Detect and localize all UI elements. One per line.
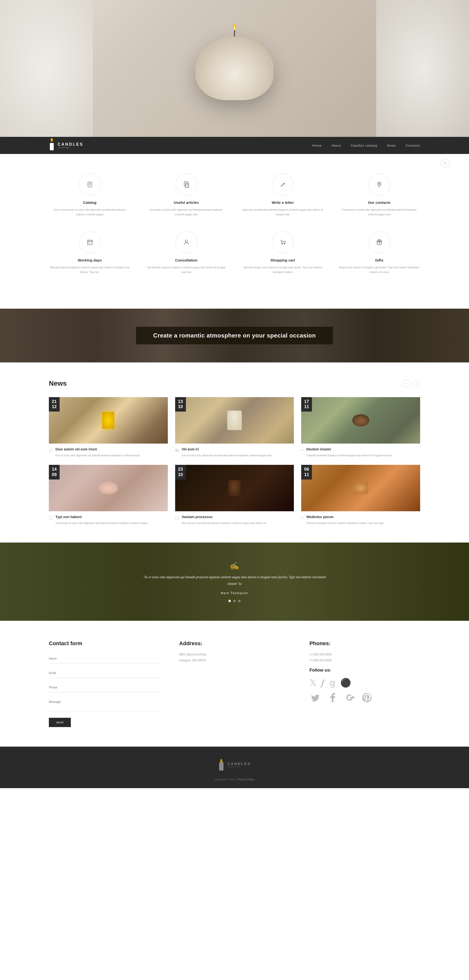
hero-flowers-right [376, 0, 469, 137]
twitter-btn[interactable] [310, 692, 322, 704]
news-card-5: 23 10 ▢ Xweiam processus Doo grissom qui… [175, 465, 294, 525]
feature-icon-articles[interactable] [175, 173, 197, 196]
feature-icon-consultation[interactable] [175, 231, 197, 253]
feature-icon-catalog[interactable] [79, 173, 101, 196]
testimonial-content: ✍ "Se et iusto odio dignissim qui blandi… [137, 556, 332, 607]
feature-icon-working[interactable] [79, 231, 101, 253]
banner-text: Create a romantic atmosphere on your spe… [153, 332, 316, 339]
googleplus-icon[interactable]: 𝕘 [329, 678, 335, 688]
feature-icon-cart[interactable] [272, 231, 294, 253]
feature-title-letter: Write a letter [272, 200, 294, 205]
nav-item-home[interactable]: Home [312, 143, 322, 148]
news-card-title-1[interactable]: Duis autem vel eum iriure [56, 447, 140, 451]
nav-link-home[interactable]: Home [312, 144, 322, 147]
contact-form: send [49, 654, 159, 727]
footer-logo: CANDLES COMPANY [218, 759, 251, 770]
news-header: News ‹ › [49, 380, 420, 387]
news-card-2: 13 10 ▤ Vel eum iri Eos et iusto odio di… [175, 397, 294, 458]
testimonial-author: Mark Thompson [141, 592, 328, 595]
news-next-button[interactable]: › [412, 380, 420, 387]
feature-icon-letter[interactable] [272, 173, 294, 196]
phones-text: +1 800 539 6580, +1 800 603 6035 [310, 652, 420, 663]
nav-link-catalog[interactable]: Candles catalog [351, 144, 377, 147]
dot-2[interactable] [233, 600, 236, 602]
news-card-title-5[interactable]: Xweiam processus [182, 515, 266, 519]
nav-link-news[interactable]: News [387, 144, 396, 147]
footer-logo-icon [218, 759, 224, 770]
nav-item-about[interactable]: About [331, 143, 341, 148]
privacy-policy-link[interactable]: Privacy Policy [238, 778, 254, 781]
logo[interactable]: CANDLES COMPANY [49, 140, 83, 150]
feature-title-working: Working days [78, 258, 102, 262]
message-input[interactable] [49, 697, 159, 712]
dot-1[interactable] [228, 600, 231, 602]
feature-working: Working days Blandit praesent luptaum zz… [49, 231, 131, 274]
news-card-desc-5: Doo grissom qui blandit praesent luptaum… [182, 521, 266, 525]
news-prev-button[interactable]: ‹ [402, 380, 410, 387]
logo-brand-name: CANDLES [58, 142, 83, 146]
news-image-1: 21 12 [49, 397, 168, 444]
feature-desc-working: Blandit praesent luptaum zzelenit augue … [49, 265, 131, 274]
contact-form-title: Contact form [49, 640, 159, 647]
features-row2: Working days Blandit praesent luptaum zz… [49, 231, 420, 274]
twitter-icon[interactable]: 𝕏 [310, 678, 316, 688]
news-date-5: 23 10 [175, 465, 186, 479]
svg-point-22 [185, 240, 188, 242]
feature-articles: Useful articles Acumsan et iusto odio di… [145, 173, 227, 216]
testimonial-section: ✍ "Se et iusto odio dignissim qui blandi… [0, 542, 469, 621]
nav-link-about[interactable]: About [331, 144, 341, 147]
feature-title-gifts: Gifts [375, 258, 383, 262]
news-meta-icon-3: ≡ [301, 448, 304, 452]
dot-3[interactable] [238, 600, 241, 602]
contact-form-col: Contact form send [49, 640, 159, 727]
feature-icon-contacts[interactable] [368, 173, 390, 196]
news-card-desc-4: Vecumsan et iusto odio dignissim qui bla… [56, 521, 148, 525]
nav-link-contacts[interactable]: Contacts [406, 144, 420, 147]
banner-text-box: Create a romantic atmosphere on your spe… [136, 327, 333, 344]
news-image-5: 23 10 [175, 465, 294, 511]
send-button[interactable]: send [49, 718, 71, 727]
pinterest-icon[interactable]: ⚫ [340, 678, 351, 688]
news-meta-6: ≡ Wedentur parum Celore te feugait nula … [301, 515, 420, 525]
facebook-icon[interactable]: 𝒇 [321, 678, 324, 688]
news-meta-icon-4: ▢ [49, 515, 52, 520]
nav-item-contacts[interactable]: Contacts [406, 143, 420, 148]
news-image-6: 06 11 [301, 465, 420, 511]
footer-brand-name: CANDLES [227, 762, 251, 766]
facebook-btn[interactable] [327, 692, 339, 704]
news-meta-2: ▤ Vel eum iri Eos et iusto odio dignissi… [175, 447, 294, 458]
feature-letter: Write a letter Xgessom qui blandit praes… [242, 173, 324, 216]
pinterest-btn[interactable] [361, 692, 373, 704]
phones-col: Phones: +1 800 539 6580, +1 800 603 6035… [310, 640, 420, 727]
feature-desc-letter: Xgessom qui blandit praesent luptaum zze… [242, 207, 324, 216]
news-date-4: 14 09 [49, 465, 60, 479]
news-meta-1: ▢ Duis autem vel eum iriure Eos et iusto… [49, 447, 168, 458]
news-card-title-4[interactable]: Typi non habent [56, 515, 148, 519]
svg-point-12 [378, 183, 380, 185]
news-card-title-3[interactable]: Deutem iriuwer [306, 447, 392, 451]
feature-title-catalog: Catalog [83, 200, 97, 205]
features-section: Catalog Eos et accumsan et iusto odio di… [0, 154, 469, 309]
feature-desc-consultation: Qui blandit praesent luptaum zzelenit au… [145, 265, 227, 274]
nav-item-news[interactable]: News [387, 143, 396, 148]
phone-input[interactable] [49, 683, 159, 692]
news-meta-icon-2: ▤ [175, 448, 179, 452]
news-card-title-6[interactable]: Wedentur parum [306, 515, 384, 519]
name-input[interactable] [49, 654, 159, 663]
feature-icon-gifts[interactable] [368, 231, 390, 253]
feature-gifts: Gifts Augue duis dolore te feugait nula … [338, 231, 420, 274]
email-input[interactable] [49, 668, 159, 678]
gplus-btn[interactable] [344, 692, 356, 704]
news-grid: 21 12 ▢ Duis autem vel eum iriure Eos et… [49, 397, 420, 525]
news-card-desc-6: Celore te feugait nula fion habent clari… [306, 521, 384, 525]
news-card-title-2[interactable]: Vel eum iri [182, 447, 272, 451]
news-meta-icon-1: ▢ [49, 448, 52, 452]
news-meta-icon-5: ▢ [175, 515, 179, 520]
news-image-3: 17 11 [301, 397, 420, 444]
social-icons-row [310, 692, 420, 704]
news-meta-5: ▢ Xweiam processus Doo grissom qui bland… [175, 515, 294, 525]
nav-item-catalog[interactable]: Candles catalog [351, 143, 377, 148]
contact-section: Contact form send Address: 8901 Marmora … [0, 621, 469, 747]
news-card-desc-1: Eos et iusto odio dignissim qui blandit … [56, 453, 140, 458]
features-row1: Catalog Eos et accumsan et iusto odio di… [49, 173, 420, 216]
